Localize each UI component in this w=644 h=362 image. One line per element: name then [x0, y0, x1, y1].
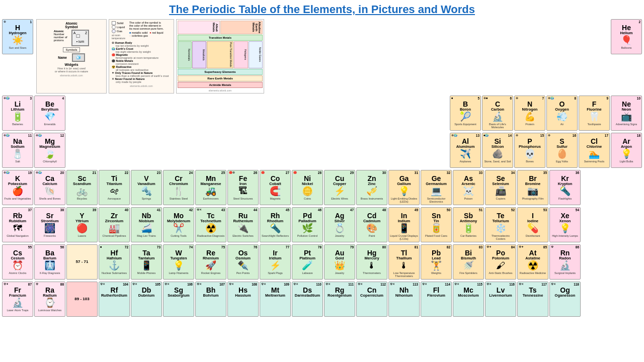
element-Cd[interactable]: 48 Cd Cadmium 🎨 Paint: [356, 207, 387, 242]
element-Bh-symbol: Bh: [206, 287, 216, 294]
element-Tc[interactable]: ☢✕ 43 Tc Technetium ☢️ Radioactive Diagn…: [195, 207, 226, 242]
element-Nb[interactable]: 41 Nb Niobium 🚄 Mag Lev Trains: [131, 207, 162, 242]
element-Tl[interactable]: 81 Tl Thallium 🌡 Low-Temperature Thermom…: [388, 244, 420, 280]
element-Ba[interactable]: 56 Ba Barium 🩻 X-Ray Diagnosis: [34, 244, 65, 280]
element-Hs[interactable]: ☢✕ 108 Hs Hassium: [227, 282, 259, 317]
element-Cd-name: Cadmium: [363, 219, 380, 223]
element-Bi[interactable]: 83 Bi Bismuth 🚿 Fire Sprinklers: [453, 244, 484, 280]
element-Lv[interactable]: ☢✕ 116 Lv Livermorium: [485, 282, 516, 317]
element-Xe[interactable]: 54 Xe Xenon 💡 High-Intensity Lamps: [549, 207, 581, 242]
element-Po[interactable]: ☢✦ 84 Po Polonium 🖌 Anti-Static Brushes: [485, 244, 516, 280]
element-Se[interactable]: 34 Se Selenium 📠 Copiers: [485, 170, 516, 205]
element-Hf[interactable]: ■ 72 Hf Hafnium ⚓ Nuclear Submarines: [99, 244, 130, 280]
element-Ra[interactable]: ☢ 88 Ra Radium ⌚ Luminous Watches: [34, 282, 65, 317]
element-Pd[interactable]: 46 Pd Palladium 🌿 Pollution Control: [292, 207, 323, 242]
element-Kr[interactable]: 36 Kr Krypton 🔦 Flashlights: [549, 170, 581, 205]
element-Fr[interactable]: ☢✦ 87 Fr Francium 🔬 Laser Atom Traps: [2, 282, 33, 317]
element-B[interactable]: ■ 5 B Boron 🎾 Sports Equipment: [450, 96, 481, 131]
element-Fl[interactable]: ☢✕ 114 Fl Flerovium: [421, 282, 452, 317]
element-Cl[interactable]: 17 Cl Chlorine 🏊 Swimming Pools: [579, 133, 610, 168]
element-Ga[interactable]: 31 Ga Gallium 💡 Light-Emitting Diodes (L…: [388, 170, 420, 205]
element-Mg[interactable]: ⊕🌍 12 Mg Magnesium 🍃 Chlorophyll: [34, 133, 65, 168]
element-Al[interactable]: ⊕🌍 13 Al Aluminum ✈️ Airplanes: [450, 133, 481, 168]
element-Rb[interactable]: 37 Rb Rubidium 🗺 Global Navigation: [2, 207, 33, 242]
element-Co[interactable]: 🔴 27 Co Cobalt 🧲 Magnets: [260, 170, 291, 205]
element-Hg[interactable]: 80 Hg Mercury 🌡 Thermometers: [356, 244, 387, 280]
element-Rh[interactable]: 45 Rh Rhodium 🔦 Searchlight Reflectors: [260, 207, 291, 242]
element-O[interactable]: ⊕🌍 8 O Oxygen 💨 Air: [546, 96, 578, 131]
element-Rn[interactable]: ☢ 86 Rn Radon 🔬 Surgical Implants: [549, 244, 581, 280]
element-H[interactable]: ⊕ 1 H Hydrogen ☀️ Sun and Stars: [2, 19, 33, 54]
element-Ne[interactable]: 10 Ne Neon 📺 Advertising Signs: [611, 96, 642, 131]
element-K[interactable]: ⊕🌍 19 K Potassium 🍎 Fruits and Vegetable…: [2, 170, 33, 205]
page-title: The Periodic Table of the Elements, in P…: [0, 0, 644, 18]
element-Mo[interactable]: 42 Mo Molybdenum ✂️ Cutting Tools: [163, 207, 194, 242]
element-N[interactable]: ⊕ 7 N Nitrogen 💪 Protein: [514, 96, 545, 131]
element-W-img: 💡: [173, 261, 184, 271]
element-Ta-symbol: Ta: [142, 249, 150, 256]
element-Mc[interactable]: ☢✕ 115 Mc Moscovium: [453, 282, 484, 317]
element-Og[interactable]: ☢✕ 118 Og Oganesson: [549, 282, 581, 317]
element-Os[interactable]: 76 Os Osmium ✒️ Pen Points: [227, 244, 259, 280]
element-I[interactable]: 53 I Iodine 💊 Disinfectant: [517, 207, 548, 242]
element-C[interactable]: ⊕■ 6 C Carbon 🔬 Basis of Life's Molecule…: [482, 96, 513, 131]
element-Rg[interactable]: ☢✕ 111 Rg Roentgenium: [324, 282, 355, 317]
element-Ts-name: Tennessine: [523, 294, 543, 298]
element-Br[interactable]: 35 Br Bromine 📷 Photography Film: [517, 170, 548, 205]
element-Bh[interactable]: ☢✕ 107 Bh Bohrium: [195, 282, 226, 317]
element-Ta[interactable]: 73 Ta Tantalum 📱 Mobile Phones: [131, 244, 162, 280]
element-Li[interactable]: ⊕🌍 3 Li Lithium 🔋 Batteries: [2, 96, 33, 131]
element-P-num: 15: [540, 134, 544, 137]
element-F[interactable]: 9 F Fluorine 🦷 Toothpaste: [579, 96, 610, 131]
element-Au[interactable]: 79 Au Gold 👑 Jewelry: [324, 244, 355, 280]
element-Ar[interactable]: 18 Ar Argon 💡 Light Bulbs: [611, 133, 642, 168]
element-Db[interactable]: ☢✕ 105 Db Dubnium: [131, 282, 162, 317]
element-Hg-num: 80: [382, 245, 386, 249]
element-Te[interactable]: 52 Te Tellurium ❄️ Thermoelectric Cooler…: [485, 207, 516, 242]
element-Re[interactable]: 75 Re Rhenium 🚀 Rocket Engines: [195, 244, 226, 280]
element-Ca[interactable]: ⊕🌍 20 Ca Calcium 🐚 Shells and Bones: [34, 170, 65, 205]
element-Ds[interactable]: ☢✕ 110 Ds Darmstadtium: [292, 282, 323, 317]
element-Mn[interactable]: 25 Mn Manganese 🚜 Earthmovers: [195, 170, 226, 205]
element-Cn[interactable]: ☢✕ 112 Cn Copernicium: [356, 282, 387, 317]
element-Cr[interactable]: 24 Cr Chromium 🍴 Stainless Steel: [163, 170, 194, 205]
element-Nh[interactable]: ☢✕ 113 Nh Nihonium: [388, 282, 420, 317]
element-Ti-symbol: Ti: [111, 175, 117, 182]
element-Sn[interactable]: 50 Sn Tin 🥫 Plated Food Cans: [421, 207, 452, 242]
element-Rf[interactable]: ☢✕ 104 Rf Rutherfordium: [99, 282, 130, 317]
element-V[interactable]: 23 V Vanadium 🔩 Springs: [131, 170, 162, 205]
element-At[interactable]: ☢✦ 85 At Astatine ☢️ Radioactive Medicin…: [517, 244, 548, 280]
element-Fe[interactable]: 🔴⊕ 26 Fe Iron 🏗 Steel Structures: [227, 170, 259, 205]
element-Ru[interactable]: 44 Ru Ruthenium 🔌 Electric Switches: [227, 207, 259, 242]
element-Sc[interactable]: 21 Sc Scandium 🚲 Bicycles: [66, 170, 98, 205]
element-Na[interactable]: ⊕🌍 11 Na Sodium 🧂 Salt: [2, 133, 33, 168]
element-In[interactable]: 49 In Indium 📱 Liquid Crystal Displays (…: [388, 207, 420, 242]
element-Ge[interactable]: 32 Ge Germanium 💻 Semiconductor Electron…: [421, 170, 452, 205]
element-Ti[interactable]: 22 Ti Titanium 🛩 Aerospace: [99, 170, 130, 205]
element-Zr[interactable]: 40 Zr Zirconium 🏭 Chemical Pipelines: [99, 207, 130, 242]
element-Be-desc: Emeralds: [44, 123, 55, 126]
element-Ag[interactable]: 47 Ag Silver 💍 Jewelry: [324, 207, 355, 242]
element-Mt[interactable]: ☢✕ 109 Mt Meitnerium: [260, 282, 291, 317]
element-Bi-symbol: Bi: [465, 249, 472, 256]
element-Y[interactable]: 39 Y Yttrium 🔴 Lasers: [66, 207, 98, 242]
element-Ni[interactable]: 🔴 28 Ni Nickel 🪙 Coins: [292, 170, 323, 205]
element-Sb[interactable]: 51 Sb Antimony 🔋 Car Batteries: [453, 207, 484, 242]
element-S[interactable]: ⊕ 16 S Sulfur 🥚 Egg Yolks: [546, 133, 578, 168]
element-Pt[interactable]: 78 Pt Platinum 🧪 Labware: [292, 244, 323, 280]
element-Sg[interactable]: ☢✕ 106 Sg Seaborgium: [163, 282, 194, 317]
element-As[interactable]: 33 As Arsenic ☠️ Poison: [453, 170, 484, 205]
element-Pb[interactable]: 82 Pb Lead 🏋 Weights: [421, 244, 452, 280]
element-Ts[interactable]: ☢✕ 117 Ts Tennessine: [517, 282, 548, 317]
element-Be[interactable]: 4 Be Beryllium 💎 Emeralds: [34, 96, 65, 131]
element-Sr[interactable]: 38 Sr Strontium 🎆 Fireworks: [34, 207, 65, 242]
element-Cs[interactable]: 55 Cs Cesium ⏰ Atomic Clocks: [2, 244, 33, 280]
element-Tl-desc: Low-Temperature Thermometers: [390, 272, 418, 278]
element-Zn[interactable]: 30 Zn Zinc 🎺 Brass Instruments: [356, 170, 387, 205]
element-Ir[interactable]: 77 Ir Iridium ⚡ Spark Plugs: [260, 244, 291, 280]
element-Si[interactable]: ■🌍 14 Si Silicon 🪨 Stone, Sand, and Soil: [482, 133, 513, 168]
element-P[interactable]: ⊕ 15 P Phosphorus 💀 Bones: [514, 133, 545, 168]
element-He[interactable]: 2 He Helium 🎈 Balloons: [611, 19, 642, 54]
element-Cu[interactable]: 29 Cu Copper ⚡ Electric Wires: [324, 170, 355, 205]
element-W[interactable]: 74 W Tungsten 💡 Lamp Filaments: [163, 244, 194, 280]
